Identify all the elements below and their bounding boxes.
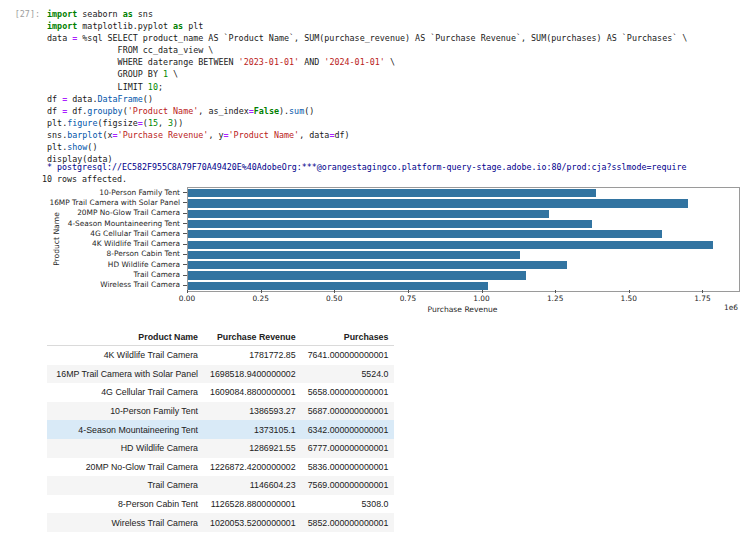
table-cell: Wireless Trail Camera: [47, 513, 204, 532]
chart-bar: [188, 241, 713, 249]
y-tick-label: 4G Cellular Trail Camera: [0, 229, 180, 238]
x-tick-label: 1.25: [535, 294, 575, 303]
chart-bar: [188, 251, 520, 259]
chart-bar: [188, 261, 567, 269]
chart-bar: [188, 282, 488, 290]
table-cell: 5658.000000000001: [302, 383, 395, 402]
table-cell: 1373105.1: [204, 420, 302, 439]
table-cell: 1386593.27: [204, 402, 302, 421]
table-cell: 1226872.4200000002: [204, 458, 302, 477]
table-cell: 5524.0: [302, 365, 395, 384]
code-line[interactable]: import matplotlib.pyplot as plt: [47, 20, 687, 32]
chart-bar: [188, 230, 662, 238]
code-line[interactable]: WHERE daterange BETWEEN '2023-01-01' AND…: [47, 56, 687, 68]
table-cell: 5836.000000000001: [302, 458, 395, 477]
table-row: 4K Wildlife Trail Camera1781772.857641.0…: [47, 346, 394, 365]
code-line[interactable]: data = %sql SELECT product_name AS `Prod…: [47, 32, 687, 44]
table-cell: 5852.000000000001: [302, 513, 395, 532]
result-table-header: Product NamePurchase RevenuePurchases: [47, 328, 394, 346]
y-tick-label: 4K Wildlife Trail Camera: [0, 239, 180, 248]
y-tick-label: 20MP No-Glow Trail Camera: [0, 208, 180, 217]
chart-bar: [188, 271, 526, 279]
y-tick-mark: [183, 264, 187, 265]
y-tick-mark: [183, 244, 187, 245]
code-line[interactable]: plt.figure(figsize=(15, 3)): [47, 117, 687, 129]
y-tick-mark: [183, 275, 187, 276]
table-row: HD Wildlife Camera1286921.556777.0000000…: [47, 439, 394, 458]
y-tick-label: Trail Camera: [0, 270, 180, 279]
x-tick-mark: [261, 290, 262, 293]
y-tick-label: HD Wildlife Camera: [0, 260, 180, 269]
x-tick-label: 0.50: [314, 294, 354, 303]
x-tick-label: 0.75: [388, 294, 428, 303]
result-table: Product NamePurchase RevenuePurchases 4K…: [47, 328, 394, 532]
y-tick-mark: [183, 285, 187, 286]
table-row: Wireless Trail Camera1020053.52000000015…: [47, 513, 394, 532]
chart-bar: [188, 199, 688, 207]
table-cell: 10-Person Family Tent: [47, 402, 204, 421]
x-tick-label: 1.00: [462, 294, 502, 303]
y-tick-label: 4-Season Mountaineering Tent: [0, 219, 180, 228]
table-row: 16MP Trail Camera with Solar Panel169851…: [47, 365, 394, 384]
x-tick-mark: [555, 290, 556, 293]
x-tick-label: 0.00: [167, 294, 207, 303]
chart-bar: [188, 220, 592, 228]
y-tick-label: 10-Person Family Tent: [0, 188, 180, 197]
code-line[interactable]: sns.barplot(x='Purchase Revenue', y='Pro…: [47, 129, 687, 141]
table-cell: 1286921.55: [204, 439, 302, 458]
x-tick-mark: [334, 290, 335, 293]
y-tick-mark: [183, 254, 187, 255]
table-cell: 4G Cellular Trail Camera: [47, 383, 204, 402]
execution-count-prompt: [27]:: [6, 9, 40, 19]
x-tick-mark: [482, 290, 483, 293]
code-line[interactable]: import seaborn as sns: [47, 8, 687, 20]
y-tick-mark: [183, 213, 187, 214]
chart-plot-area: [187, 187, 740, 292]
table-cell: HD Wildlife Camera: [47, 439, 204, 458]
code-line[interactable]: FROM cc_data_view \: [47, 44, 687, 56]
table-cell: 1126528.8800000001: [204, 495, 302, 514]
y-tick-label: Wireless Trail Camera: [0, 280, 180, 289]
table-cell: 1781772.85: [204, 346, 302, 365]
axis-offset-label: 1e6: [704, 303, 738, 312]
chart-bar: [188, 210, 549, 218]
table-row: 8-Person Cabin Tent1126528.8800000001530…: [47, 495, 394, 514]
y-tick-label: 16MP Trail Camera with Solar Panel: [0, 198, 180, 207]
rows-affected-output: 10 rows affected.: [42, 174, 127, 184]
code-editor[interactable]: import seaborn as snsimport matplotlib.p…: [47, 8, 687, 165]
table-cell: 5687.000000000001: [302, 402, 395, 421]
code-line[interactable]: plt.show(): [47, 141, 687, 153]
x-axis-label: Purchase Revenue: [187, 305, 738, 314]
table-row: 10-Person Family Tent1386593.275687.0000…: [47, 402, 394, 421]
code-line[interactable]: GROUP BY 1 \: [47, 68, 687, 80]
table-cell: 7569.000000000001: [302, 476, 395, 495]
table-cell: Trail Camera: [47, 476, 204, 495]
x-tick-mark: [408, 290, 409, 293]
table-cell: 1698518.9400000002: [204, 365, 302, 384]
chart-bar: [188, 189, 596, 197]
table-header-cell: Purchases: [302, 328, 395, 346]
table-row: 20MP No-Glow Trail Camera1226872.4200000…: [47, 458, 394, 477]
table-cell: 20MP No-Glow Trail Camera: [47, 458, 204, 477]
code-line[interactable]: LIMIT 10;: [47, 81, 687, 93]
y-tick-mark: [183, 233, 187, 234]
table-header-cell: Product Name: [47, 328, 204, 346]
table-row: 4G Cellular Trail Camera1609084.88000000…: [47, 383, 394, 402]
y-tick-mark: [183, 192, 187, 193]
x-tick-mark: [702, 290, 703, 293]
table-row: Trail Camera1146604.237569.000000000001: [47, 476, 394, 495]
bar-chart-figure: Product Name Purchase Revenue 1e6 10-Per…: [0, 184, 750, 316]
table-header-cell: Purchase Revenue: [204, 328, 302, 346]
y-tick-label: 8-Person Cabin Tent: [0, 249, 180, 258]
code-line[interactable]: df = data.DataFrame(): [47, 93, 687, 105]
x-tick-label: 0.25: [241, 294, 281, 303]
x-tick-label: 1.75: [682, 294, 722, 303]
table-cell: 6342.000000000001: [302, 420, 395, 439]
table-cell: 7641.000000000001: [302, 346, 395, 365]
table-cell: 1146604.23: [204, 476, 302, 495]
table-cell: 8-Person Cabin Tent: [47, 495, 204, 514]
table-cell: 1609084.8800000001: [204, 383, 302, 402]
table-row: 4-Season Mountaineering Tent1373105.1634…: [47, 420, 394, 439]
code-line[interactable]: df = df.groupby('Product Name', as_index…: [47, 105, 687, 117]
table-cell: 1020053.5200000001: [204, 513, 302, 532]
